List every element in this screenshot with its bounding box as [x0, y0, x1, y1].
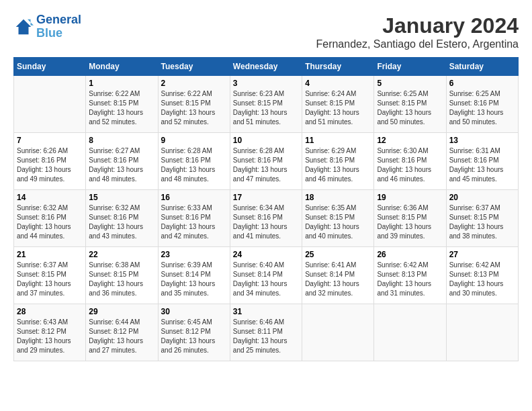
calendar-cell: 15Sunrise: 6:32 AMSunset: 8:16 PMDayligh…: [86, 190, 158, 247]
day-info: Sunrise: 6:35 AMSunset: 8:15 PMDaylight:…: [305, 203, 371, 241]
title-area: January 2024 Fernandez, Santiago del Est…: [316, 13, 519, 50]
calendar-cell: [446, 304, 518, 361]
day-number: 16: [161, 193, 227, 202]
day-info: Sunrise: 6:32 AMSunset: 8:16 PMDaylight:…: [89, 203, 154, 241]
day-info: Sunrise: 6:43 AMSunset: 8:12 PMDaylight:…: [17, 318, 83, 355]
calendar-table: Sunday Monday Tuesday Wednesday Thursday…: [13, 57, 519, 361]
calendar-cell: 25Sunrise: 6:41 AMSunset: 8:14 PMDayligh…: [302, 247, 374, 304]
calendar-cell: 16Sunrise: 6:33 AMSunset: 8:16 PMDayligh…: [158, 190, 230, 247]
calendar-cell: 7Sunrise: 6:26 AMSunset: 8:16 PMDaylight…: [14, 133, 86, 190]
calendar-cell: 1Sunrise: 6:22 AMSunset: 8:15 PMDaylight…: [86, 76, 158, 133]
calendar-cell: 24Sunrise: 6:40 AMSunset: 8:14 PMDayligh…: [230, 247, 302, 304]
col-sunday: Sunday: [14, 58, 86, 76]
col-friday: Friday: [374, 58, 446, 76]
day-number: 22: [89, 250, 154, 259]
calendar-cell: 4Sunrise: 6:24 AMSunset: 8:15 PMDaylight…: [302, 76, 374, 133]
day-number: 19: [377, 193, 443, 202]
col-monday: Monday: [86, 58, 158, 76]
day-number: 14: [17, 193, 83, 202]
day-info: Sunrise: 6:37 AMSunset: 8:15 PMDaylight:…: [449, 203, 515, 241]
day-number: 25: [305, 250, 371, 259]
day-number: 18: [305, 193, 371, 202]
calendar-cell: 23Sunrise: 6:39 AMSunset: 8:14 PMDayligh…: [158, 247, 230, 304]
day-number: 6: [449, 79, 515, 88]
day-info: Sunrise: 6:42 AMSunset: 8:13 PMDaylight:…: [449, 261, 515, 298]
day-info: Sunrise: 6:29 AMSunset: 8:16 PMDaylight:…: [305, 146, 371, 184]
calendar-cell: 11Sunrise: 6:29 AMSunset: 8:16 PMDayligh…: [302, 133, 374, 190]
day-number: 9: [161, 136, 227, 145]
logo: General Blue: [13, 13, 81, 40]
calendar-cell: 17Sunrise: 6:34 AMSunset: 8:16 PMDayligh…: [230, 190, 302, 247]
calendar-cell: 28Sunrise: 6:43 AMSunset: 8:12 PMDayligh…: [14, 304, 86, 361]
day-info: Sunrise: 6:34 AMSunset: 8:16 PMDaylight:…: [233, 203, 299, 241]
day-number: 27: [449, 250, 515, 259]
logo-icon: [13, 17, 34, 37]
day-info: Sunrise: 6:27 AMSunset: 8:16 PMDaylight:…: [89, 146, 154, 184]
calendar-cell: 26Sunrise: 6:42 AMSunset: 8:13 PMDayligh…: [374, 247, 446, 304]
calendar-cell: 5Sunrise: 6:25 AMSunset: 8:15 PMDaylight…: [374, 76, 446, 133]
day-number: 20: [449, 193, 515, 202]
day-number: 30: [161, 307, 227, 316]
calendar-cell: 29Sunrise: 6:44 AMSunset: 8:12 PMDayligh…: [86, 304, 158, 361]
day-number: 8: [89, 136, 154, 145]
calendar-week-row: 28Sunrise: 6:43 AMSunset: 8:12 PMDayligh…: [14, 304, 519, 361]
day-info: Sunrise: 6:38 AMSunset: 8:15 PMDaylight:…: [89, 261, 154, 298]
calendar-cell: [374, 304, 446, 361]
day-info: Sunrise: 6:23 AMSunset: 8:15 PMDaylight:…: [233, 89, 299, 127]
day-info: Sunrise: 6:25 AMSunset: 8:16 PMDaylight:…: [449, 89, 515, 127]
calendar-cell: 3Sunrise: 6:23 AMSunset: 8:15 PMDaylight…: [230, 76, 302, 133]
day-number: 4: [305, 79, 371, 88]
calendar-cell: 18Sunrise: 6:35 AMSunset: 8:15 PMDayligh…: [302, 190, 374, 247]
day-info: Sunrise: 6:22 AMSunset: 8:15 PMDaylight:…: [89, 89, 154, 127]
location: Fernandez, Santiago del Estero, Argentin…: [316, 38, 519, 50]
day-info: Sunrise: 6:28 AMSunset: 8:16 PMDaylight:…: [233, 146, 299, 184]
day-info: Sunrise: 6:40 AMSunset: 8:14 PMDaylight:…: [233, 261, 299, 298]
calendar-cell: 13Sunrise: 6:31 AMSunset: 8:16 PMDayligh…: [446, 133, 518, 190]
page-header: General Blue January 2024 Fernandez, San…: [13, 13, 519, 50]
day-info: Sunrise: 6:45 AMSunset: 8:12 PMDaylight:…: [161, 318, 227, 355]
day-info: Sunrise: 6:41 AMSunset: 8:14 PMDaylight:…: [305, 261, 371, 298]
calendar-cell: 21Sunrise: 6:37 AMSunset: 8:15 PMDayligh…: [14, 247, 86, 304]
day-number: 3: [233, 79, 299, 88]
day-info: Sunrise: 6:46 AMSunset: 8:11 PMDaylight:…: [233, 318, 299, 355]
calendar-cell: 12Sunrise: 6:30 AMSunset: 8:16 PMDayligh…: [374, 133, 446, 190]
day-info: Sunrise: 6:32 AMSunset: 8:16 PMDaylight:…: [17, 203, 83, 241]
calendar-cell: 10Sunrise: 6:28 AMSunset: 8:16 PMDayligh…: [230, 133, 302, 190]
day-info: Sunrise: 6:44 AMSunset: 8:12 PMDaylight:…: [89, 318, 154, 355]
day-info: Sunrise: 6:26 AMSunset: 8:16 PMDaylight:…: [17, 146, 83, 184]
col-tuesday: Tuesday: [158, 58, 230, 76]
day-info: Sunrise: 6:37 AMSunset: 8:15 PMDaylight:…: [17, 261, 83, 298]
col-thursday: Thursday: [302, 58, 374, 76]
calendar-cell: [14, 76, 86, 133]
day-number: 1: [89, 79, 154, 88]
day-info: Sunrise: 6:42 AMSunset: 8:13 PMDaylight:…: [377, 261, 443, 298]
col-saturday: Saturday: [446, 58, 518, 76]
calendar-cell: 19Sunrise: 6:36 AMSunset: 8:15 PMDayligh…: [374, 190, 446, 247]
calendar-cell: 6Sunrise: 6:25 AMSunset: 8:16 PMDaylight…: [446, 76, 518, 133]
day-info: Sunrise: 6:28 AMSunset: 8:16 PMDaylight:…: [161, 146, 227, 184]
day-number: 21: [17, 250, 83, 259]
calendar-cell: 14Sunrise: 6:32 AMSunset: 8:16 PMDayligh…: [14, 190, 86, 247]
day-number: 26: [377, 250, 443, 259]
calendar-week-row: 21Sunrise: 6:37 AMSunset: 8:15 PMDayligh…: [14, 247, 519, 304]
day-number: 31: [233, 307, 299, 316]
day-number: 5: [377, 79, 443, 88]
day-info: Sunrise: 6:22 AMSunset: 8:15 PMDaylight:…: [161, 89, 227, 127]
calendar-cell: 27Sunrise: 6:42 AMSunset: 8:13 PMDayligh…: [446, 247, 518, 304]
calendar-cell: 8Sunrise: 6:27 AMSunset: 8:16 PMDaylight…: [86, 133, 158, 190]
day-number: 17: [233, 193, 299, 202]
day-info: Sunrise: 6:24 AMSunset: 8:15 PMDaylight:…: [305, 89, 371, 127]
day-number: 2: [161, 79, 227, 88]
calendar-week-row: 14Sunrise: 6:32 AMSunset: 8:16 PMDayligh…: [14, 190, 519, 247]
day-info: Sunrise: 6:25 AMSunset: 8:15 PMDaylight:…: [377, 89, 443, 127]
day-info: Sunrise: 6:30 AMSunset: 8:16 PMDaylight:…: [377, 146, 443, 184]
svg-marker-0: [16, 19, 32, 35]
col-wednesday: Wednesday: [230, 58, 302, 76]
day-info: Sunrise: 6:39 AMSunset: 8:14 PMDaylight:…: [161, 261, 227, 298]
month-title: January 2024: [316, 13, 519, 38]
calendar-cell: 30Sunrise: 6:45 AMSunset: 8:12 PMDayligh…: [158, 304, 230, 361]
day-number: 11: [305, 136, 371, 145]
calendar-cell: [302, 304, 374, 361]
day-number: 28: [17, 307, 83, 316]
day-number: 10: [233, 136, 299, 145]
